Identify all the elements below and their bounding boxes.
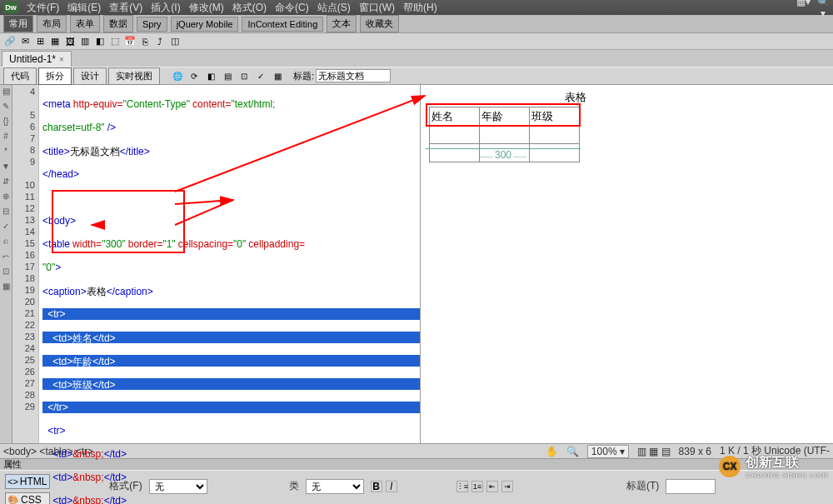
tb-globe-icon[interactable]: 🌐 [171, 69, 184, 82]
tb-icon[interactable]: 📅 [123, 35, 137, 48]
title-input[interactable] [316, 69, 391, 82]
insert-cat-layout[interactable]: 布局 [37, 15, 67, 32]
tb-icon[interactable]: ✉ [18, 35, 32, 48]
table-cell[interactable]: 姓名 [430, 107, 480, 126]
tb-icon[interactable]: ▥ [78, 35, 92, 48]
table-row[interactable] [430, 126, 580, 144]
ol-icon[interactable]: 1≡ [471, 481, 483, 492]
tb-icon[interactable]: ◧ [204, 69, 217, 82]
doc-tab-label: Untitled-1* [9, 53, 56, 65]
zoom-icon[interactable]: 🔍 [566, 446, 579, 457]
insert-cat-incontext[interactable]: InContext Editing [242, 17, 323, 32]
menu-help[interactable]: 帮助(H) [400, 1, 441, 15]
hand-icon[interactable]: ✋ [546, 446, 558, 457]
table-cell[interactable]: 年龄 [480, 107, 530, 126]
sb-icon[interactable]: ⊡ [1, 267, 11, 277]
line-gutter: 4567891011121314151617181920212223242526… [12, 85, 39, 443]
table-caption: 表格 [501, 90, 651, 105]
insert-cat-text[interactable]: 文本 [327, 15, 357, 32]
table-cell[interactable] [530, 126, 580, 144]
menu-format[interactable]: 格式(O) [229, 1, 270, 15]
tb-icon[interactable]: ⤴ [153, 35, 167, 48]
close-icon[interactable]: × [59, 55, 64, 64]
sb-icon[interactable]: ⊕ [1, 192, 11, 202]
document-toolbar: 代码 拆分 设计 实时视图 🌐 ⟳ ◧ ▤ ⊡ ✓ ▦ 标题: [0, 67, 833, 85]
view-code-button[interactable]: 代码 [3, 67, 37, 85]
sb-icon[interactable]: * [1, 147, 11, 157]
zoom-select[interactable]: 100% ▾ [587, 445, 629, 458]
tb-icon[interactable]: 🔗 [3, 35, 17, 48]
menu-insert[interactable]: 插入(I) [147, 1, 183, 15]
menu-command[interactable]: 命令(C) [272, 1, 312, 15]
search-icon[interactable]: 🔍▾ [816, 0, 830, 19]
insert-cat-common[interactable]: 常用 [3, 15, 33, 32]
insert-cat-spry[interactable]: Spry [137, 17, 167, 32]
tb-icon[interactable]: 🖼 [63, 35, 77, 48]
menu-window[interactable]: 窗口(W) [356, 1, 398, 15]
view-design-button[interactable]: 设计 [73, 67, 107, 85]
menu-edit[interactable]: 编辑(E) [64, 1, 104, 15]
sb-icon[interactable]: # [1, 132, 11, 142]
titlebar-right: ▦▾ 🔍▾ [796, 0, 830, 19]
sb-icon[interactable]: {} [1, 117, 11, 127]
watermark: CX 创新互联 CHUANG XINHU LIAN [719, 454, 828, 479]
sb-icon[interactable]: ▤ [1, 87, 11, 97]
sb-icon[interactable]: ▦ [1, 282, 11, 292]
title-label: 标题: [293, 70, 314, 82]
sb-icon[interactable]: ▼ [1, 162, 11, 172]
menu-modify[interactable]: 修改(M) [186, 1, 227, 15]
code-editor[interactable]: <meta http-equiv="Content-Type" content=… [39, 85, 420, 443]
sb-icon[interactable]: ✓ [1, 222, 11, 232]
view-live-button[interactable]: 实时视图 [108, 67, 160, 85]
menu-file[interactable]: 文件(F) [23, 1, 62, 15]
sb-icon[interactable]: ✎ [1, 102, 11, 112]
sb-icon[interactable]: ⎌ [1, 237, 11, 247]
tb-icon[interactable]: ⬚ [108, 35, 122, 48]
sb-icon[interactable]: ⤺ [1, 252, 11, 262]
menu-view[interactable]: 查看(V) [106, 1, 146, 15]
tb-icon[interactable]: ⊡ [237, 69, 251, 82]
code-pane[interactable]: 4567891011121314151617181920212223242526… [12, 85, 421, 443]
layout-icon[interactable]: ▦▾ [796, 0, 810, 19]
guide-icon: ▥ ▦ ▤ [637, 446, 671, 457]
insert-cat-form[interactable]: 表单 [70, 15, 100, 32]
ul-icon[interactable]: ⋮≡ [456, 481, 468, 492]
design-pane[interactable]: 表格 姓名 年龄 班级 —— 300 —— [421, 85, 833, 443]
insert-cat-jquery[interactable]: jQuery Mobile [171, 17, 239, 32]
width-ruler: —— 300 —— [426, 148, 581, 157]
insert-toolbar: 🔗 ✉ ⊞ ▦ 🖼 ▥ ◧ ⬚ 📅 ⎘ ⤴ ◫ [0, 33, 833, 50]
insert-bar: 常用 布局 表单 数据 Spry jQuery Mobile InContext… [0, 15, 833, 33]
tb-icon[interactable]: ✓ [254, 69, 267, 82]
indent-icon[interactable]: ⇥ [501, 481, 513, 492]
menu-site[interactable]: 站点(S) [314, 1, 354, 15]
tb-icon[interactable]: ◧ [93, 35, 107, 48]
table-row[interactable]: 姓名 年龄 班级 [430, 107, 580, 126]
main-menu: 文件(F) 编辑(E) 查看(V) 插入(I) 修改(M) 格式(O) 命令(C… [23, 1, 441, 15]
code-sidebar: ▤ ✎ {} # * ▼ ⇵ ⊕ ⊟ ✓ ⎌ ⤺ ⊡ ▦ [0, 85, 12, 443]
tb-icon[interactable]: ◫ [168, 35, 182, 48]
doc-tab-untitled[interactable]: Untitled-1* × [2, 51, 72, 67]
tb-icon[interactable]: ⎘ [138, 35, 152, 48]
view-split-button[interactable]: 拆分 [38, 67, 72, 85]
insert-cat-fav[interactable]: 收藏夹 [360, 15, 399, 32]
tb-icon[interactable]: ▦ [48, 35, 62, 48]
insert-cat-data[interactable]: 数据 [103, 15, 133, 32]
sb-icon[interactable]: ⊟ [1, 207, 11, 217]
tb-icon[interactable]: ⟳ [187, 69, 201, 82]
app-logo: Dw [3, 2, 18, 13]
dimensions: 839 x 6 [679, 446, 711, 457]
sb-icon[interactable]: ⇵ [1, 177, 11, 187]
table-cell[interactable] [480, 126, 530, 144]
tb-icon[interactable]: ▦ [271, 69, 284, 82]
document-tabs: Untitled-1* × [0, 50, 833, 67]
title2-input[interactable] [666, 479, 716, 494]
outdent-icon[interactable]: ⇤ [486, 481, 498, 492]
tb-icon[interactable]: ▤ [221, 69, 234, 82]
list-icons: ⋮≡ 1≡ ⇤ ⇥ [456, 481, 566, 492]
title2-label: 标题(T) [572, 479, 659, 493]
menu-bar: Dw 文件(F) 编辑(E) 查看(V) 插入(I) 修改(M) 格式(O) 命… [0, 0, 833, 15]
watermark-logo: CX [719, 456, 741, 477]
table-cell[interactable] [430, 126, 480, 144]
tb-icon[interactable]: ⊞ [33, 35, 47, 48]
table-cell[interactable]: 班级 [530, 107, 580, 126]
